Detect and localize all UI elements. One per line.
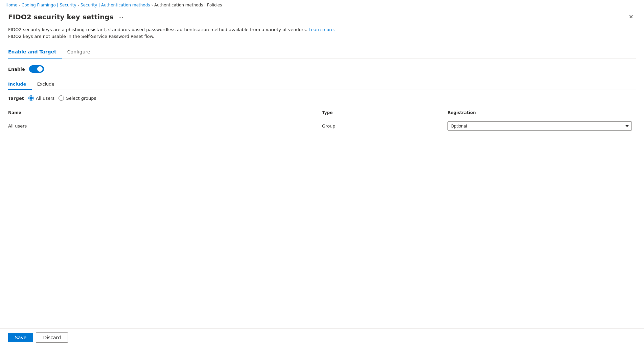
radio-select-groups-input[interactable]	[59, 95, 64, 101]
panel-title: FIDO2 security key settings	[8, 13, 114, 21]
sub-tabs: Include Exclude	[8, 79, 636, 90]
radio-all-users[interactable]: All users	[28, 95, 54, 101]
radio-all-users-label: All users	[36, 96, 54, 101]
enable-toggle[interactable]	[29, 65, 44, 73]
tab-enable-and-target[interactable]: Enable and Target	[8, 46, 62, 59]
enable-row: Enable	[8, 65, 636, 73]
description-line1: FIDO2 security keys are a phishing-resis…	[8, 27, 307, 32]
breadcrumb-flamingo-security[interactable]: Coding Flamingo | Security	[22, 3, 76, 7]
toggle-thumb	[37, 66, 43, 72]
panel-title-row: FIDO2 security key settings ···	[8, 13, 125, 21]
target-label: Target	[8, 96, 24, 101]
cell-registration[interactable]: Optional Required Disabled	[447, 118, 636, 134]
discard-button[interactable]: Discard	[36, 332, 68, 343]
col-header-name: Name	[8, 108, 322, 118]
cell-type: Group	[322, 118, 447, 134]
panel-more-button[interactable]: ···	[116, 13, 125, 21]
target-row: Target All users Select groups	[8, 95, 636, 101]
enable-label: Enable	[8, 67, 25, 72]
main-tabs: Enable and Target Configure	[8, 46, 636, 59]
col-header-type: Type	[322, 108, 447, 118]
breadcrumb-sep-1: ›	[19, 3, 20, 7]
breadcrumb-auth-methods[interactable]: Security | Authentication methods	[80, 3, 150, 7]
save-button[interactable]: Save	[8, 333, 33, 342]
learn-more-link[interactable]: Learn more.	[308, 27, 335, 32]
sub-tab-include[interactable]: Include	[8, 79, 32, 90]
radio-all-users-input[interactable]	[28, 95, 34, 101]
breadcrumb-policies: Authentication methods | Policies	[154, 3, 222, 7]
main-panel: FIDO2 security key settings ··· ✕ FIDO2 …	[0, 10, 644, 346]
description-line2: FIDO2 keys are not usable in the Self-Se…	[8, 34, 154, 39]
breadcrumb-home[interactable]: Home	[5, 3, 17, 7]
table-row: All users Group Optional Required Disabl…	[8, 118, 636, 134]
panel-header: FIDO2 security key settings ··· ✕	[8, 10, 636, 26]
breadcrumb-sep-2: ›	[78, 3, 79, 7]
registration-select[interactable]: Optional Required Disabled	[447, 121, 632, 131]
toggle-track	[29, 65, 44, 73]
tab-configure[interactable]: Configure	[67, 46, 96, 59]
close-button[interactable]: ✕	[626, 13, 636, 21]
breadcrumb: Home › Coding Flamingo | Security › Secu…	[0, 0, 644, 10]
table-header: Name Type Registration	[8, 108, 636, 118]
table-body: All users Group Optional Required Disabl…	[8, 118, 636, 134]
radio-select-groups-label: Select groups	[66, 96, 96, 101]
breadcrumb-sep-3: ›	[152, 3, 153, 7]
description-block: FIDO2 security keys are a phishing-resis…	[8, 26, 636, 40]
footer: Save Discard	[0, 328, 644, 346]
col-header-registration: Registration	[447, 108, 636, 118]
cell-name: All users	[8, 118, 322, 134]
users-table: Name Type Registration All users Group O…	[8, 108, 636, 134]
sub-tab-exclude[interactable]: Exclude	[37, 79, 60, 90]
radio-select-groups[interactable]: Select groups	[59, 95, 96, 101]
